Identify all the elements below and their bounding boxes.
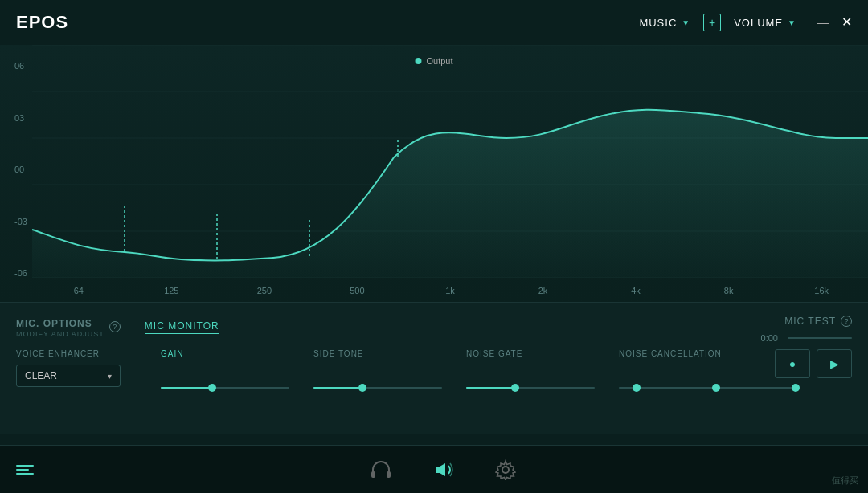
voice-enhancer-chevron-icon: ▾	[108, 372, 112, 381]
side-tone-slider[interactable]	[313, 379, 442, 389]
controls-area: MIC. OPTIONS MODIFY AND ADJUST ? MIC MON…	[0, 302, 868, 434]
eq-x-250: 250	[240, 286, 289, 295]
side-tone-track	[313, 387, 442, 389]
eq-y-label-0: 00	[14, 165, 27, 174]
mic-test-help-icon[interactable]: ?	[841, 316, 852, 327]
noise-gate-fill	[466, 387, 515, 389]
noise-cancellation-slider[interactable]	[619, 379, 796, 389]
speaker-icon	[432, 458, 455, 481]
watermark: 值得买	[832, 475, 858, 487]
mic-test-time-row: 0:00	[761, 333, 852, 343]
eq-curve-svg	[32, 45, 868, 278]
volume-selector[interactable]: VOLUME ▼	[734, 17, 796, 29]
gain-fill	[161, 387, 212, 389]
eq-x-labels: 64 125 250 500 1k 2k 4k 8k 16k	[32, 286, 868, 295]
gain-label: GAIN	[161, 349, 289, 358]
hamburger-menu-button[interactable]	[16, 465, 34, 475]
mic-test-label: MIC TEST	[784, 316, 836, 327]
gain-track	[161, 387, 289, 389]
gain-thumb[interactable]	[208, 384, 216, 392]
eq-x-125: 125	[147, 286, 195, 295]
bottom-center-nav	[34, 458, 852, 481]
mic-monitor-tab[interactable]: MIC MONITOR	[145, 320, 219, 334]
mic-options-sublabel: MODIFY AND ADJUST	[16, 330, 104, 338]
eq-x-64: 64	[55, 286, 103, 295]
close-button[interactable]: ✕	[841, 16, 852, 29]
eq-y-label-6n: -06	[14, 268, 27, 278]
mic-record-button[interactable]: ●	[775, 349, 810, 378]
noise-cancellation-thumb-2[interactable]	[712, 384, 720, 392]
window-controls: — ✕	[817, 16, 852, 29]
volume-label: VOLUME	[734, 17, 783, 29]
noise-cancellation-thumb-3[interactable]	[792, 384, 800, 392]
svg-rect-10	[371, 471, 375, 478]
eq-y-labels: 06 03 00 -03 -06	[14, 61, 27, 278]
svg-marker-12	[436, 463, 445, 476]
noise-gate-slider[interactable]	[466, 379, 595, 389]
eq-x-2k: 2k	[519, 286, 567, 295]
noise-gate-track	[466, 387, 595, 389]
eq-area: Output 06 03 00 -03 -06	[0, 45, 868, 302]
voice-enhancer-label: VOICE ENHANCER	[16, 349, 145, 358]
mic-test-track	[788, 337, 852, 339]
eq-x-4k: 4k	[612, 286, 660, 295]
mic-options-tab: MIC. OPTIONS MODIFY AND ADJUST ?	[16, 316, 121, 338]
speaker-nav-button[interactable]	[432, 458, 455, 481]
mic-test-header: MIC TEST ?	[784, 316, 852, 327]
eq-y-label-3n: -03	[14, 217, 27, 226]
mic-test-area: MIC TEST ? 0:00 ● ▶	[761, 316, 852, 378]
bottom-nav: 值得买	[0, 445, 868, 493]
gain-group: GAIN	[161, 349, 289, 389]
svg-rect-11	[387, 471, 391, 478]
eq-x-1k: 1k	[426, 286, 474, 295]
mic-options-label: MIC. OPTIONS	[16, 318, 92, 329]
hamburger-line-3	[16, 473, 34, 475]
noise-gate-group: NOISE GATE	[466, 349, 595, 389]
headphones-icon	[370, 458, 392, 481]
voice-enhancer-value: CLEAR	[25, 370, 57, 381]
title-bar: EPOS MUSIC ▼ + VOLUME ▼ — ✕	[0, 0, 868, 45]
headphones-nav-button[interactable]	[370, 458, 392, 481]
hamburger-icon	[16, 465, 34, 475]
gain-slider[interactable]	[161, 379, 289, 389]
side-tone-fill	[313, 387, 362, 389]
eq-x-8k: 8k	[705, 286, 753, 295]
mic-test-time: 0:00	[761, 333, 778, 343]
noise-gate-label: NOISE GATE	[466, 349, 595, 358]
settings-icon	[495, 459, 516, 480]
svg-point-13	[502, 467, 509, 473]
eq-x-500: 500	[333, 286, 381, 295]
preset-selector[interactable]: MUSIC ▼	[639, 17, 690, 29]
eq-y-label-3p: 03	[14, 113, 27, 123]
noise-gate-thumb[interactable]	[511, 384, 519, 392]
mic-play-button[interactable]: ▶	[817, 349, 852, 378]
sliders-row: VOICE ENHANCER CLEAR ▾ GAIN SIDE TONE	[16, 349, 852, 389]
controls-header: MIC. OPTIONS MODIFY AND ADJUST ? MIC MON…	[16, 316, 852, 338]
voice-enhancer-group: VOICE ENHANCER CLEAR ▾	[16, 349, 145, 387]
voice-enhancer-select[interactable]: CLEAR ▾	[16, 365, 121, 387]
volume-arrow-icon: ▼	[788, 18, 796, 27]
minimize-button[interactable]: —	[817, 17, 829, 28]
side-tone-label: SIDE TONE	[313, 349, 442, 358]
side-tone-thumb[interactable]	[358, 384, 366, 392]
preset-arrow-icon: ▼	[682, 18, 690, 27]
side-tone-group: SIDE TONE	[313, 349, 442, 389]
settings-nav-button[interactable]	[495, 459, 516, 480]
preset-label: MUSIC	[639, 17, 677, 29]
eq-y-label-6p: 06	[14, 61, 27, 71]
mic-options-help-icon[interactable]: ?	[109, 321, 121, 332]
add-preset-button[interactable]: +	[703, 14, 721, 31]
noise-cancellation-track	[619, 387, 796, 389]
title-bar-right: MUSIC ▼ + VOLUME ▼ — ✕	[639, 14, 852, 31]
app-logo: EPOS	[16, 12, 68, 33]
hamburger-line-1	[16, 465, 34, 467]
noise-cancellation-thumb-1[interactable]	[633, 384, 641, 392]
hamburger-line-2	[16, 469, 29, 471]
mic-test-controls: ● ▶	[775, 349, 852, 378]
eq-x-16k: 16k	[797, 286, 845, 295]
